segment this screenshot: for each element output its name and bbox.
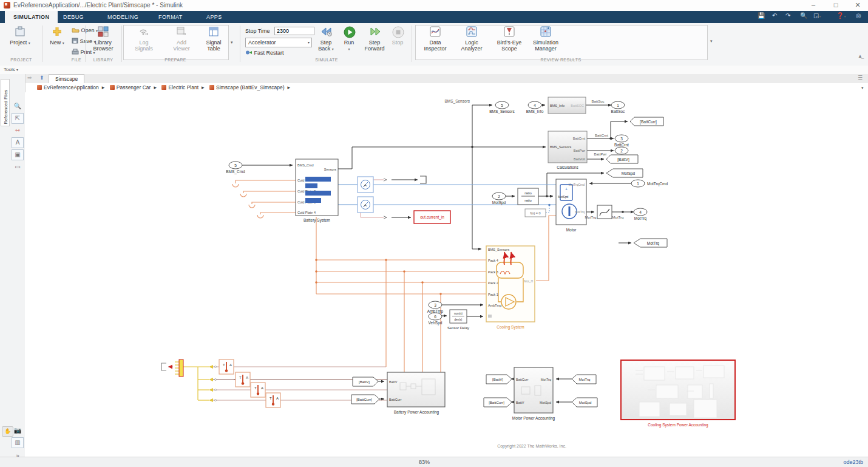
simulation-mode-select[interactable]: Accelerator▾ xyxy=(245,38,312,47)
from-motspd-tag[interactable]: MotSpd xyxy=(572,398,597,407)
search-icon[interactable]: 🔍 xyxy=(800,12,807,19)
bus-terminator[interactable] xyxy=(161,363,166,370)
filter-block[interactable] xyxy=(597,205,612,219)
redo-icon[interactable]: ↷ xyxy=(785,12,790,19)
tab-format[interactable]: FORMAT xyxy=(150,11,191,23)
signal-lines-icon[interactable]: ⇿ xyxy=(12,125,24,136)
annotation-icon[interactable]: A xyxy=(12,137,24,148)
current-sensor-2[interactable]: A xyxy=(358,197,373,213)
pan-hand-icon[interactable]: ✋ xyxy=(2,426,13,437)
outport-battcrnt[interactable]: 3 BattCrnt xyxy=(614,135,629,147)
temp-sensor-block[interactable]: TA xyxy=(236,372,250,387)
simulation-manager-button[interactable]: Simulation Manager xyxy=(529,26,562,52)
temp-sensor-block[interactable]: TA xyxy=(219,360,234,374)
out-current-block[interactable]: out.current_in xyxy=(414,211,450,223)
goto-battcurr-tag[interactable]: [BattCurr] xyxy=(630,117,663,126)
library-browser-button[interactable]: Library Browser xyxy=(87,26,120,52)
image-icon[interactable]: ▣ xyxy=(12,149,24,160)
stop-time-input[interactable] xyxy=(274,27,314,35)
step-back-button[interactable]: Step Back ▾ xyxy=(314,26,337,52)
ratio-conversion-block[interactable]: ratio ratio xyxy=(518,188,538,205)
doc-tab-simscape[interactable]: Simscape xyxy=(49,74,84,84)
inport-motspd[interactable]: 2 MotSpd xyxy=(492,193,506,205)
camera-icon[interactable]: 📷 xyxy=(12,425,24,436)
from-mottrq-tag[interactable]: MotTrq xyxy=(572,375,596,384)
tab-apps[interactable]: APPS xyxy=(198,11,231,23)
motor-block[interactable]: MotTrqCmd + − MotSpd MotTrq Motor xyxy=(556,179,586,232)
new-button[interactable]: New ▾ xyxy=(46,26,68,46)
soc-estimator-block[interactable]: BMS_Info BattSOC xyxy=(548,97,586,114)
cooling-system-block[interactable]: BMS_Sensors Pack 4 Pack 3 Pack 2 Pack 1 … xyxy=(486,246,535,330)
tab-list-icon[interactable]: ☰ xyxy=(858,75,863,81)
from-battcurr-tag2[interactable]: [BattCurr] xyxy=(484,398,512,407)
breadcrumb-item-2[interactable]: Passenger Car xyxy=(106,83,151,92)
project-button[interactable]: Project ▾ xyxy=(4,26,36,46)
thumbnail-icon[interactable]: ▥ xyxy=(12,437,24,448)
prepare-gallery-caret[interactable]: ▾ xyxy=(231,40,233,45)
current-sensor-1[interactable]: A xyxy=(358,177,373,193)
maximize-button[interactable]: □ xyxy=(827,1,845,10)
breadcrumb-item-3[interactable]: Electric Plant xyxy=(158,83,198,92)
fit-to-view-icon[interactable]: ⇱ xyxy=(12,113,24,124)
breadcrumb-caret[interactable]: ▾ xyxy=(861,86,864,90)
outport-mottrq[interactable]: 4 MotTrq xyxy=(634,208,647,221)
data-inspector-button[interactable]: Data Inspector xyxy=(419,26,452,52)
review-gallery-caret[interactable]: ▾ xyxy=(710,39,713,44)
breadcrumb-item-1[interactable]: EvReferenceApplication xyxy=(33,83,99,92)
bus-selector[interactable] xyxy=(179,360,183,377)
breadcrumb-item-4[interactable]: Simscape (BattEv_Simscape) xyxy=(206,83,284,92)
motor-power-accounting-block[interactable]: BattCurr BattV MotTrq MotSpd Motor Power… xyxy=(512,367,555,421)
signal-table-icon xyxy=(208,26,220,38)
solver-configuration-block[interactable]: f(x) = 0 xyxy=(525,209,546,217)
cooling-power-accounting-block[interactable]: Cooling System Power Accounting xyxy=(621,360,735,428)
area-box-icon[interactable]: ▭ xyxy=(12,162,24,172)
goto-motspd-tag[interactable]: MotSpd xyxy=(606,169,643,177)
outport-bms-sensors[interactable]: 5 BMS_Sensors xyxy=(489,101,515,114)
step-forward-button[interactable]: Step Forward xyxy=(362,26,387,52)
run-button[interactable]: Run▾ xyxy=(339,26,359,52)
tools-menu[interactable]: Tools ▾ xyxy=(4,67,18,72)
birds-eye-scope-button[interactable]: Bird's-Eye Scope xyxy=(492,26,527,52)
signal-table-button[interactable]: Signal Table xyxy=(200,26,227,52)
bms-calculations-block[interactable]: BMS_Sensors BattCrnt BattPwr BattVolt Ca… xyxy=(548,131,587,169)
terminator-block[interactable] xyxy=(420,176,426,183)
battery-system-block[interactable]: BMS_Cmd Sensors Cold Plate 1 Cold Plate … xyxy=(296,159,338,223)
capture-icon[interactable]: ◲▾ xyxy=(813,12,821,19)
referenced-files-tab[interactable]: Referenced Files xyxy=(1,79,10,126)
fast-restart-toggle[interactable]: Fast Restart xyxy=(245,50,284,56)
log-signals-button[interactable]: Log Signals xyxy=(127,26,160,52)
tab-simulation[interactable]: SIMULATION xyxy=(5,11,58,23)
battery-power-accounting-block[interactable]: BattV BattCurr Battery Power Accounting xyxy=(387,372,445,415)
close-button[interactable]: ✕ xyxy=(849,1,867,10)
logic-analyzer-button[interactable]: Logic Analyzer xyxy=(455,26,488,52)
minimize-button[interactable]: – xyxy=(804,1,822,10)
from-battv-tag2[interactable]: [BattV] xyxy=(486,375,512,384)
from-battv-tag[interactable]: [BattV] xyxy=(353,377,378,386)
add-viewer-button[interactable]: Add Viewer xyxy=(165,26,198,52)
undo-icon[interactable]: ↶ xyxy=(772,12,777,19)
quick-save-icon[interactable]: 💾 xyxy=(758,12,765,19)
temp-sensor-block[interactable]: TA xyxy=(266,393,280,407)
collapse-ribbon-icon[interactable]: ▲̲ xyxy=(858,53,863,59)
from-battcurr-tag[interactable]: [BattCurr] xyxy=(351,395,379,404)
nav-up-icon[interactable]: ⬆ xyxy=(39,75,44,81)
goto-mottrq-tag[interactable]: MotTrq xyxy=(634,239,667,247)
temp-sensor-block[interactable]: TA xyxy=(251,383,265,397)
tab-modeling[interactable]: MODELING xyxy=(99,11,147,23)
inport-mottrqcmd[interactable]: 1 MotTrqCmd xyxy=(631,180,668,187)
sensor-delay-block[interactable]: num(s) den(s) Sensor Delay xyxy=(447,310,469,330)
outport-battsoc[interactable]: 1 BattSoc xyxy=(611,101,626,114)
solver-indicator[interactable]: ode23tb xyxy=(843,459,863,465)
inport-bms-info[interactable]: 4 BMS_Info xyxy=(526,101,544,114)
tab-debug[interactable]: DEBUG xyxy=(55,11,92,23)
stop-button[interactable]: Stop xyxy=(387,26,408,46)
model-canvas[interactable]: A A xyxy=(25,92,868,457)
zoom-in-icon[interactable]: 🔍 xyxy=(12,101,24,112)
goto-battv-tag[interactable]: [BattV] xyxy=(606,155,638,163)
nav-forward-icon[interactable]: ➡ xyxy=(27,75,32,81)
inport-vehspd[interactable]: 6 VehSpd xyxy=(429,313,442,326)
account-icon[interactable]: ◎ xyxy=(856,12,861,19)
svg-text:Motor Power Accounting: Motor Power Accounting xyxy=(512,416,555,421)
help-icon[interactable]: ❓▾ xyxy=(836,12,846,19)
inport-bms-cmd[interactable]: 5 BMS_Cmd xyxy=(226,162,245,174)
